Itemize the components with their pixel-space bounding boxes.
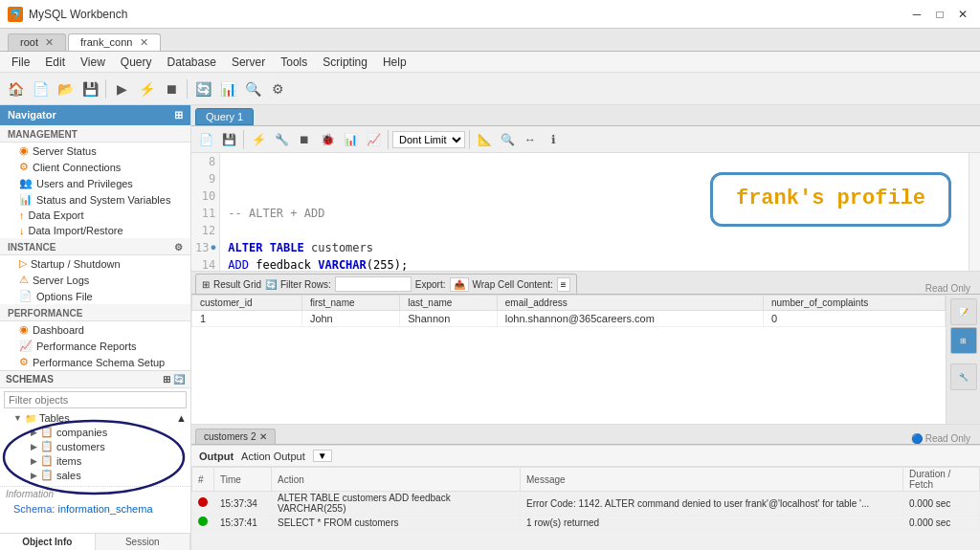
query-tab-1[interactable]: Query 1 — [195, 108, 254, 125]
menu-query[interactable]: Query — [113, 54, 160, 71]
result-table-element: customer_id first_name last_name email_a… — [191, 295, 946, 327]
out-col-action: Action — [272, 468, 521, 492]
refresh-icon: 🔄 — [265, 279, 277, 290]
menu-help[interactable]: Help — [375, 54, 414, 71]
menu-file[interactable]: File — [4, 54, 37, 71]
open-button[interactable]: 📂 — [54, 77, 77, 100]
sidebar-performance-reports[interactable]: 📈 Performance Reports — [0, 338, 190, 354]
menu-scripting[interactable]: Scripting — [315, 54, 375, 71]
form-editor-btn[interactable]: 📝 — [950, 298, 977, 325]
sidebar-server-logs[interactable]: ⚠ Server Logs — [0, 272, 190, 288]
home-button[interactable]: 🏠 — [4, 77, 27, 100]
new-query-button[interactable]: 📄 — [29, 77, 52, 100]
tree-table-customers[interactable]: ▶ 📋 customers — [4, 439, 190, 453]
tree-item-tables[interactable]: ▼ 📁 Tables ▲ — [0, 411, 190, 425]
sidebar-users-privileges[interactable]: 👥 Users and Privileges — [0, 175, 190, 191]
action-output-dropdown[interactable]: ▼ — [313, 450, 332, 462]
explain-sql-btn[interactable]: 📊 — [340, 130, 361, 149]
result-grid-btn[interactable]: ⊞ — [950, 327, 977, 354]
tab-object-info[interactable]: Object Info — [0, 534, 96, 550]
run-button[interactable]: ▶ — [110, 77, 133, 100]
new-file-btn[interactable]: 📄 — [195, 130, 216, 149]
sidebar-server-status[interactable]: ◉ Server Status — [0, 143, 190, 159]
sidebar-startup-shutdown[interactable]: ▷ Startup / Shutdown — [0, 255, 190, 272]
output-row-2[interactable]: 15:37:41 SELECT * FROM customers 1 row(s… — [192, 516, 980, 530]
format-btn[interactable]: 📐 — [474, 130, 495, 149]
code-area[interactable]: -- ALTER + ADD ALTER TABLE customers ADD… — [220, 153, 980, 271]
stop-exec-btn[interactable]: ⏹ — [294, 130, 315, 149]
sidebar-data-import[interactable]: ↓ Data Import/Restore — [0, 223, 190, 238]
explain-button[interactable]: 📊 — [216, 77, 239, 100]
customers-2-tab[interactable]: customers 2 ✕ — [195, 429, 276, 444]
tree-table-sales[interactable]: ▶ 📋 sales — [4, 468, 190, 482]
execute-btn[interactable]: ⚡ — [248, 130, 269, 149]
minimize-button[interactable]: ─ — [907, 7, 926, 22]
save-file-btn[interactable]: 💾 — [218, 130, 239, 149]
save-button[interactable]: 💾 — [78, 77, 101, 100]
menu-edit[interactable]: Edit — [37, 54, 73, 71]
schema-filter-input[interactable] — [4, 391, 187, 408]
maximize-button[interactable]: □ — [930, 7, 949, 22]
result-row-1[interactable]: 1 John Shannon lohn.shannon@365careers.c… — [192, 311, 946, 327]
wrap-button[interactable]: ≡ — [557, 277, 570, 292]
output-data-table[interactable]: # Time Action Message Duration / Fetch — [191, 467, 980, 550]
close-button[interactable]: ✕ — [953, 7, 972, 22]
cell-cid-1: 1 — [192, 311, 302, 327]
field-types-btn[interactable]: 🔧 — [950, 363, 977, 390]
conn-tab-frank-close[interactable]: ✕ — [140, 36, 148, 48]
settings-button[interactable]: ⚙ — [266, 77, 289, 100]
customers-2-close[interactable]: ✕ — [259, 431, 267, 442]
code-line-14: ADD feedback VARCHAR(255); — [228, 256, 972, 271]
sidebar-data-export[interactable]: ↑ Data Export — [0, 208, 190, 223]
ln-10: 10 — [195, 187, 215, 205]
execute-all-btn[interactable]: 🔧 — [271, 130, 292, 149]
menu-server[interactable]: Server — [224, 54, 273, 71]
tables-collapse-arrow: ▲ — [176, 412, 187, 424]
menu-view[interactable]: View — [73, 54, 113, 71]
out-col-num: # — [192, 468, 214, 492]
output-row-1[interactable]: 15:37:34 ALTER TABLE customers ADD feedb… — [192, 492, 980, 516]
export-button[interactable]: 📤 — [450, 277, 469, 292]
out-time-2: 15:37:41 — [214, 516, 272, 530]
sidebar-status-variables[interactable]: 📊 Status and System Variables — [0, 191, 190, 208]
sidebar-dashboard[interactable]: ◉ Dashboard — [0, 321, 190, 338]
replace-btn[interactable]: ↔ — [520, 130, 541, 149]
menu-tools[interactable]: Tools — [273, 54, 315, 71]
sql-info-btn[interactable]: ℹ — [543, 130, 564, 149]
result-data-table[interactable]: customer_id first_name last_name email_a… — [191, 295, 946, 424]
search-button[interactable]: 🔍 — [241, 77, 264, 100]
refresh-button[interactable]: 🔄 — [191, 77, 214, 100]
menu-database[interactable]: Database — [160, 54, 224, 71]
limit-select[interactable]: Dont Limit — [392, 131, 465, 148]
readonly-label-2: 🔵 Read Only — [911, 433, 976, 444]
tab-session[interactable]: Session — [96, 534, 191, 550]
tree-expand-arrow: ▼ — [13, 413, 22, 423]
run-all-button[interactable]: ⚡ — [135, 77, 158, 100]
sidebar-options-file[interactable]: 📄 Options File — [0, 288, 190, 304]
find-btn[interactable]: 🔍 — [497, 130, 518, 149]
tree-table-companies[interactable]: ▶ 📋 companies — [4, 425, 190, 439]
debug-btn[interactable]: 🐞 — [317, 130, 338, 149]
conn-tab-frank[interactable]: frank_conn ✕ — [68, 33, 161, 51]
wrap-label: Wrap Cell Content: — [473, 279, 553, 290]
ok-dot-2 — [198, 517, 208, 526]
sidebar-performance-schema[interactable]: ⚙ Performance Schema Setup — [0, 354, 190, 370]
sidebar-client-connections[interactable]: ⚙ Client Connections — [0, 159, 190, 175]
title-bar: 🐬 MySQL Workbench ─ □ ✕ — [0, 0, 980, 29]
out-duration-2: 0.000 sec — [903, 516, 980, 530]
out-col-message: Message — [521, 468, 903, 492]
items-arrow: ▶ — [31, 456, 37, 466]
explain-context-btn[interactable]: 📈 — [363, 130, 384, 149]
stop-button[interactable]: ⏹ — [160, 77, 183, 100]
sidebar: Navigator ⊞ MANAGEMENT ◉ Server Status ⚙… — [0, 105, 191, 550]
conn-tab-root[interactable]: root ✕ — [8, 33, 66, 51]
error-dot-1 — [198, 497, 208, 507]
sql-editor[interactable]: 8 9 10 11 12 13 14 15 16 17 18 19 20 — [191, 153, 980, 271]
information-schema-label: Information — [0, 486, 190, 501]
conn-tab-root-close[interactable]: ✕ — [45, 36, 54, 48]
scrollbar-track[interactable] — [969, 153, 980, 271]
window-controls[interactable]: ─ □ ✕ — [907, 7, 972, 22]
sql-sep-2 — [388, 130, 389, 149]
tree-table-items[interactable]: ▶ 📋 items — [4, 453, 190, 468]
filter-rows-input[interactable] — [335, 276, 412, 292]
